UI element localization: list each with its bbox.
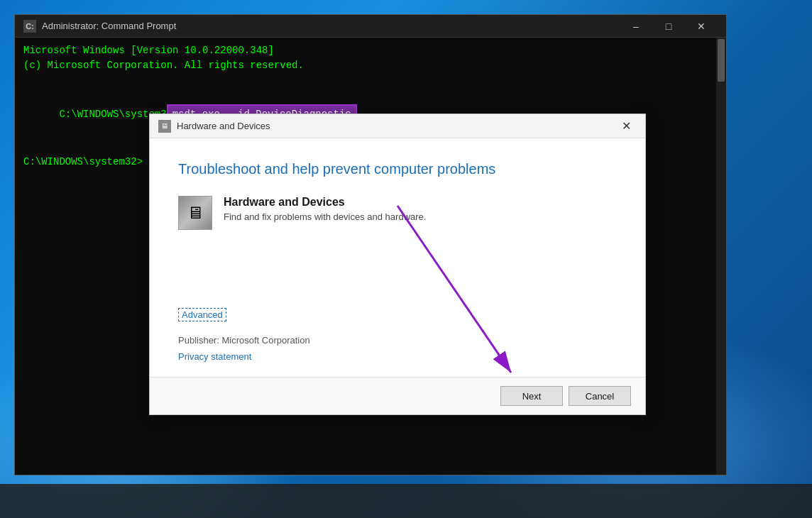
dialog-body: Troubleshoot and help prevent computer p… <box>150 138 645 377</box>
cmd-titlebar: C: Administrator: Command Prompt – □ ✕ <box>15 15 726 38</box>
item-description: Find and fix problems with devices and h… <box>224 211 426 222</box>
cmd-line-3 <box>23 73 718 88</box>
dialog-item: 🖥 Hardware and Devices Find and fix prob… <box>178 196 617 230</box>
advanced-section: Advanced <box>178 308 617 321</box>
cmd-line-1: Microsoft Windows [Version 10.0.22000.34… <box>23 43 718 58</box>
cmd-scrollbar[interactable] <box>716 38 726 475</box>
cmd-title: Administrator: Command Prompt <box>42 21 620 31</box>
privacy-link[interactable]: Privacy statement <box>178 351 251 362</box>
cmd-line-2: (c) Microsoft Corporation. All rights re… <box>23 58 718 73</box>
dialog-heading: Troubleshoot and help prevent computer p… <box>178 160 617 178</box>
item-name: Hardware and Devices <box>224 196 426 209</box>
hardware-devices-dialog: 🖥 Hardware and Devices ✕ Troubleshoot an… <box>149 114 646 415</box>
taskbar <box>0 484 812 518</box>
close-button[interactable]: ✕ <box>685 15 718 38</box>
advanced-link[interactable]: Advanced <box>178 308 226 321</box>
minimize-button[interactable]: – <box>620 15 652 38</box>
publisher-value: Microsoft Corporation <box>221 335 309 346</box>
cancel-button[interactable]: Cancel <box>569 386 631 406</box>
dialog-item-text: Hardware and Devices Find and fix proble… <box>224 196 426 222</box>
dialog-title-icon: 🖥 <box>158 120 171 133</box>
hardware-icon: 🖥 <box>178 196 212 230</box>
dialog-titlebar: 🖥 Hardware and Devices ✕ <box>150 114 645 138</box>
privacy-section: Privacy statement <box>178 350 617 363</box>
publisher-info: Publisher: Microsoft Corporation <box>178 335 617 346</box>
cmd-icon: C: <box>23 20 36 33</box>
maximize-button[interactable]: □ <box>652 15 685 38</box>
cmd-scrollbar-thumb <box>718 39 725 82</box>
dialog-footer: Next Cancel <box>150 377 645 414</box>
dialog-close-button[interactable]: ✕ <box>615 118 637 135</box>
cmd-controls: – □ ✕ <box>620 15 718 38</box>
dialog-title-text: Hardware and Devices <box>177 121 615 131</box>
next-button[interactable]: Next <box>500 386 563 406</box>
